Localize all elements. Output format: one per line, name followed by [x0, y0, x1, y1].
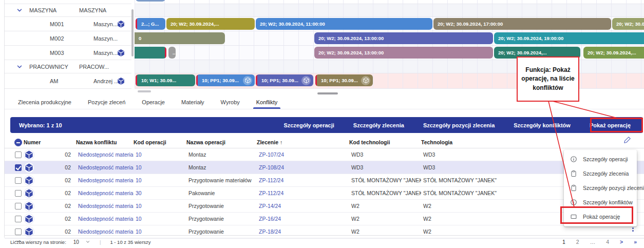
select-all-checkbox[interactable]: [14, 139, 22, 146]
cube-icon[interactable]: [117, 77, 125, 85]
row-checkbox[interactable]: [15, 190, 22, 197]
resource-row[interactable]: M001Maszyn...: [5, 17, 131, 31]
gantt-bar[interactable]: 20; W2; 30.09.2024, 13:00:00: [314, 32, 493, 44]
gantt-bar[interactable]: 20; W2; 30.09.2024, 19:00:00: [494, 32, 644, 44]
cell-zlecenie[interactable]: ZP-18/24: [257, 228, 349, 235]
panel-hscrollbar[interactable]: [138, 90, 151, 92]
cell-nazwa-konfliktu[interactable]: Niedostępność materiału: [76, 228, 134, 235]
cube-icon[interactable]: [24, 214, 34, 224]
cell-kod-operacji[interactable]: 10: [134, 203, 186, 209]
cell-zlecenie[interactable]: ZP-108/24: [257, 164, 349, 170]
column-header-kod-technologii[interactable]: Kod technologii: [349, 139, 421, 145]
cube-icon[interactable]: [117, 48, 125, 57]
cell-nazwa-konfliktu[interactable]: Niedostępność materiału: [76, 164, 134, 170]
menu-item-szczeg-y-operacji[interactable]: Szczegóły operacji: [564, 152, 637, 166]
gantt-bar[interactable]: 20; W2; 30.09.2024, 13:00:00: [314, 47, 493, 59]
row-checkbox[interactable]: [15, 216, 22, 222]
toolbar-action-szczeg-y-operacji[interactable]: Szczegóły operacji: [283, 122, 334, 128]
rows-per-page-value[interactable]: 10: [73, 239, 79, 245]
cell-kod-operacji[interactable]: 10: [134, 177, 186, 183]
column-header-nazwa-operacji[interactable]: Nazwa operacji: [186, 139, 257, 145]
page-ellipsis[interactable]: …: [590, 239, 596, 245]
menu-item-szczeg-y-konflikt-w[interactable]: Szczegóły konfliktów: [564, 195, 637, 209]
cell-kod-operacji[interactable]: 10: [134, 164, 186, 170]
tab-materia-y[interactable]: Materiały: [180, 96, 205, 108]
gantt-bar[interactable]: 20; W2; 30.09.2...: [612, 18, 644, 30]
cube-icon[interactable]: [24, 162, 34, 173]
chevron-down-icon[interactable]: [16, 7, 23, 14]
cell-zlecenie[interactable]: ZP-107/24: [257, 151, 349, 158]
gantt-bar[interactable]: 20; W2; 30.09.2024, 17:00:00: [433, 18, 611, 30]
cell-kod-operacji[interactable]: 10: [134, 228, 186, 235]
cell-kod-operacji[interactable]: 10: [134, 151, 186, 158]
table-row[interactable]: 02Niedostępność materiału10MontazZP-107/…: [5, 148, 644, 161]
row-checkbox[interactable]: [15, 151, 22, 158]
rows-per-page-chevron-icon[interactable]: [85, 239, 90, 244]
next-page-button[interactable]: >: [620, 239, 623, 245]
menu-item-szczeg-y-zlecenia[interactable]: Szczegóły zlecenia: [564, 166, 637, 181]
cell-nazwa-konfliktu[interactable]: Niedostępność materiału: [76, 216, 134, 222]
row-checkbox[interactable]: [15, 228, 22, 235]
tab-wyroby[interactable]: Wyroby: [220, 96, 241, 108]
gantt-bar[interactable]: 0: [135, 32, 225, 44]
gantt-bar[interactable]: 10; W1; 30.09...: [136, 74, 195, 86]
cube-icon[interactable]: [24, 188, 34, 199]
cube-icon[interactable]: [24, 149, 34, 160]
table-row[interactable]: 02Niedostępność materiału10MontazZP-108/…: [5, 161, 644, 174]
column-header-kod-operacji[interactable]: Kod operacji: [134, 139, 186, 145]
tab-zlecenia-produkcyjne[interactable]: Zlecenia produkcyjne: [17, 96, 72, 108]
cell-nazwa-konfliktu[interactable]: Niedostępność materiału: [76, 203, 134, 209]
resource-group-row[interactable]: PRACOWNICYPRACOW...: [5, 60, 131, 73]
cell-zlecenie[interactable]: ZP-16/24: [257, 216, 349, 222]
tab-pozycje-zlece-[interactable]: Pozycje zleceń: [87, 96, 126, 108]
resource-row[interactable]: M003Maszyn...: [5, 46, 131, 60]
cell-nazwa-konfliktu[interactable]: Niedostępność materiału: [76, 190, 134, 196]
table-row[interactable]: 02Niedostępność materiału10Przygotowanie…: [5, 213, 644, 225]
page-1[interactable]: 1: [562, 239, 565, 245]
cell-zlecenie[interactable]: ZP-14/24: [257, 203, 349, 209]
cell-nazwa-konfliktu[interactable]: Niedostępność materiału: [76, 151, 134, 158]
gantt-hscrollbar[interactable]: [317, 92, 338, 94]
cell-kod-operacji[interactable]: 30: [134, 190, 186, 196]
cube-icon[interactable]: [24, 175, 34, 186]
toolbar-action-szczeg-y-konflikt-w[interactable]: Szczegóły konfliktów: [514, 122, 571, 128]
toolbar-action-szczeg-y-pozycji-zlecenia[interactable]: Szczegóły pozycji zlecenia: [423, 122, 495, 128]
gantt-bar[interactable]: 20; W2; 30.09.2024,...: [583, 47, 644, 59]
toolbar-action-poka-operacj-[interactable]: Pokaż operację: [590, 122, 631, 128]
menu-item-szczeg-y-pozycji-zlecenia[interactable]: Szczegóły pozycji zlecenia: [564, 181, 637, 195]
chevron-down-icon[interactable]: [16, 63, 23, 70]
table-row[interactable]: 02Niedostępność materiału10Przygotowanie…: [5, 174, 644, 187]
column-header-numer[interactable]: Numer: [24, 139, 76, 145]
tab-operacje[interactable]: Operacje: [141, 96, 166, 108]
page-4[interactable]: 4: [606, 239, 609, 245]
gantt-bar[interactable]: 10; PP1; 30.09...: [315, 74, 373, 86]
gantt-bar[interactable]: [135, 47, 166, 59]
menu-item-poka-operacj-[interactable]: Pokaż operację: [564, 209, 637, 224]
column-header-nazwa-konfliktu[interactable]: Nazwa konfliktu: [76, 139, 134, 145]
cube-icon[interactable]: [24, 201, 34, 212]
gantt-bar[interactable]: 20; W2; 30.09.2024,...: [166, 18, 255, 30]
column-header-zlecenie[interactable]: Zlecenie ↑: [257, 139, 349, 145]
gantt-bar[interactable]: 10; PP1; 30.09...: [196, 74, 255, 86]
resource-row[interactable]: AMAndrzej ...: [5, 73, 131, 89]
table-row[interactable]: 02Niedostępność materiału10Przygotowanie…: [5, 200, 644, 213]
vertical-scrollbar[interactable]: [131, 9, 134, 56]
cell-zlecenie[interactable]: ZP-112/24: [257, 177, 349, 183]
resource-row[interactable]: M002Maszyn...: [5, 31, 131, 46]
cell-kod-operacji[interactable]: 10: [134, 216, 186, 222]
gantt-bar[interactable]: 10; PP1; 30.09...: [256, 74, 313, 86]
table-row[interactable]: 02Niedostępność materiału30PakowanieZP-1…: [5, 187, 644, 200]
column-header-technologia[interactable]: Technologia: [421, 139, 644, 145]
last-page-button[interactable]: »: [634, 239, 637, 245]
row-checkbox[interactable]: [15, 177, 22, 184]
toolbar-action-szczeg-y-zlecenia[interactable]: Szczegóły zlecenia: [353, 122, 404, 128]
row-checkbox[interactable]: [15, 164, 22, 171]
gantt-bar[interactable]: 2...; G...: [136, 18, 165, 30]
gantt-bar[interactable]: 20; W2; 30.09.2024, 11:00:00: [256, 18, 432, 30]
resource-group-row[interactable]: MASZYNAMASZYNA: [5, 4, 131, 17]
page-2[interactable]: 2: [576, 239, 579, 245]
cube-icon[interactable]: [117, 20, 125, 28]
tab-konflikty[interactable]: Konflikty: [255, 96, 279, 108]
gantt-bar[interactable]: [136, 0, 165, 2]
row-checkbox[interactable]: [15, 203, 22, 209]
